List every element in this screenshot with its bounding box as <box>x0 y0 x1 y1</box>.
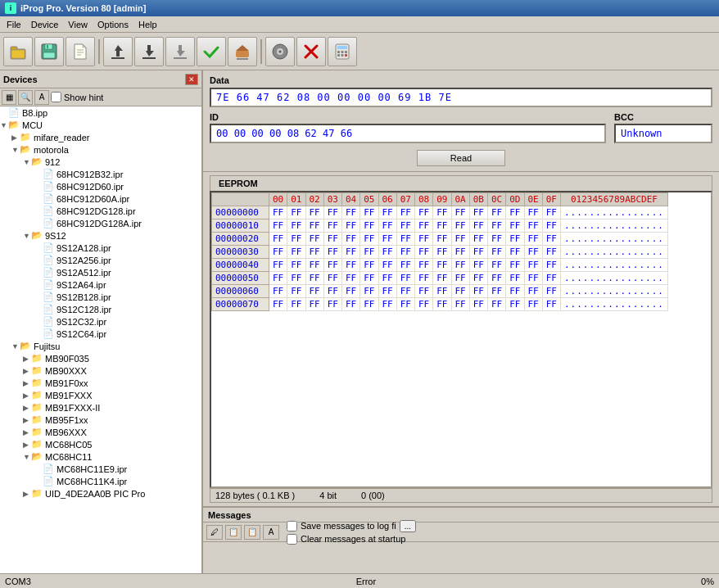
tree-item[interactable]: ▶ 📁 MB91FXXX <box>0 389 201 401</box>
tree-item[interactable]: ▶ 📁 MB95F1xx <box>0 414 201 426</box>
tree-item[interactable]: 📄 9S12A64.ipr <box>0 278 201 291</box>
browse-log-button[interactable]: ... <box>400 520 416 532</box>
tree-item[interactable]: ▼ 📂 912 <box>0 156 201 168</box>
tree-item[interactable]: ▶ 📁 MB91F0xx <box>0 377 201 389</box>
menu-options[interactable]: Options <box>93 18 133 31</box>
tree-item[interactable]: ▶ 📁 UID_4DE2AA0B PIC Pro <box>0 487 201 500</box>
tree-item[interactable]: ▼ 📂 motorola <box>0 143 201 156</box>
verify-button[interactable] <box>197 37 226 66</box>
hex-cell: FF <box>542 298 560 311</box>
messages-btn-2[interactable]: 📋 <box>225 525 242 540</box>
tree-item[interactable]: ▶ 📁 MB96XXX <box>0 426 201 438</box>
clear-messages-checkbox[interactable] <box>287 534 297 545</box>
save-button[interactable] <box>34 37 64 66</box>
erase-button[interactable] <box>228 37 257 66</box>
tree-item[interactable]: 📄 68HC912B32.ipr <box>0 168 201 180</box>
menu-file[interactable]: File <box>2 18 26 31</box>
tree-item[interactable]: ▼ 📂 MCU <box>0 119 201 131</box>
tree-item[interactable]: 📄 MC68HC11E9.ipr <box>0 463 201 475</box>
tree-item[interactable]: 📄 9S12A512.ipr <box>0 266 201 278</box>
show-hint-label[interactable]: Show hint <box>51 92 103 102</box>
devices-tool-font[interactable]: A <box>34 90 49 105</box>
hex-cell: FF <box>305 272 323 285</box>
new-button[interactable] <box>66 37 95 66</box>
hex-cell: FF <box>269 206 287 219</box>
read-button[interactable]: Read <box>417 150 505 166</box>
tree-item[interactable]: 📄 68HC912DG128.ipr <box>0 205 201 217</box>
clear-messages-option[interactable]: Clear messages at startup <box>287 534 416 545</box>
tree-item[interactable]: 📄 MC68HC11K4.ipr <box>0 475 201 487</box>
tree-item[interactable]: 📄 9S12A256.ipr <box>0 254 201 266</box>
tree-item[interactable]: ▼ 📂 MC68HC11 <box>0 450 201 463</box>
devices-tool-search[interactable]: 🔍 <box>18 90 33 105</box>
show-hint-checkbox[interactable] <box>51 92 61 102</box>
hex-cell: FF <box>415 259 433 272</box>
tree-label: 912 <box>45 157 60 167</box>
hex-cell: FF <box>451 285 469 298</box>
hex-cell: FF <box>469 285 487 298</box>
tree-label: 68HC912DG128A.ipr <box>57 219 142 228</box>
svg-rect-2 <box>11 50 25 58</box>
tree-item[interactable]: ▶ 📁 MB91FXXX-II <box>0 401 201 414</box>
hex-cell: FF <box>542 219 560 233</box>
tree-item[interactable]: 📄 68HC912D60A.ipr <box>0 192 201 205</box>
download-button[interactable] <box>134 37 164 66</box>
tree-icon: 📁 <box>20 132 31 142</box>
tree-item[interactable]: ▶ 📁 mifare_reader <box>0 131 201 143</box>
save-messages-checkbox[interactable] <box>287 521 297 531</box>
eeprom-bits: 4 bit <box>319 491 337 500</box>
hex-cell: FF <box>342 259 360 272</box>
hex-cell: FF <box>342 233 360 246</box>
svg-rect-14 <box>111 57 124 59</box>
tree-item[interactable]: 📄 9S12C64.ipr <box>0 328 201 340</box>
upload-button[interactable] <box>103 37 133 66</box>
eeprom-table-container[interactable]: 000102030405060708090A0B0C0D0E0F01234567… <box>210 191 712 488</box>
col-header: 02 <box>305 193 323 206</box>
tree-item[interactable]: 📄 68HC912D60.ipr <box>0 180 201 192</box>
tree-label: MB96XXX <box>45 427 87 437</box>
tree-item[interactable]: 📄 9S12B128.ipr <box>0 291 201 303</box>
hex-cell: FF <box>287 259 305 272</box>
menu-help[interactable]: Help <box>133 18 162 31</box>
stop-button[interactable] <box>296 37 326 66</box>
eeprom-table-header: 000102030405060708090A0B0C0D0E0F01234567… <box>212 193 668 206</box>
menu-bar: File Device View Options Help <box>0 16 719 33</box>
tree-item[interactable]: ▶ 📁 MC68HC05 <box>0 438 201 450</box>
messages-header: Messages <box>203 508 719 522</box>
hex-cell: FF <box>305 298 323 311</box>
addr-cell: 00000000 <box>212 206 269 219</box>
hex-cell: FF <box>396 233 414 246</box>
addr-cell: 00000010 <box>212 219 269 233</box>
eeprom-header-row: 000102030405060708090A0B0C0D0E0F01234567… <box>212 193 668 206</box>
tree-item[interactable]: ▶ 📁 MB90XXX <box>0 364 201 377</box>
messages-btn-3[interactable]: 📋 <box>244 525 260 540</box>
messages-btn-1[interactable]: 🖊 <box>206 525 223 540</box>
tree-item[interactable]: 📄 B8.ipp <box>0 106 201 119</box>
devices-close-button[interactable]: ✕ <box>185 74 198 85</box>
hex-cell: FF <box>433 285 451 298</box>
tree-icon: 📁 <box>31 378 43 388</box>
hex-cell: FF <box>305 246 323 259</box>
hex-cell: FF <box>396 272 414 285</box>
calc-button[interactable] <box>328 37 357 66</box>
tree-item[interactable]: ▼ 📂 9S12 <box>0 229 201 242</box>
devices-tool-select[interactable]: ▦ <box>2 90 16 105</box>
tree-item[interactable]: ▼ 📂 Fujitsu <box>0 340 201 352</box>
tree-item[interactable]: 📄 9S12C32.ipr <box>0 315 201 328</box>
tree-item[interactable]: ▶ 📁 MB90F035 <box>0 352 201 364</box>
save-messages-option[interactable]: Save messages to log fi ... <box>287 520 416 532</box>
download2-button[interactable] <box>165 37 195 66</box>
open-button[interactable] <box>3 37 33 66</box>
eeprom-tab[interactable]: EEPROM <box>210 175 712 191</box>
hex-cell: FF <box>323 272 341 285</box>
disk-button[interactable] <box>265 37 295 66</box>
device-tree[interactable]: 📄 B8.ipp ▼ 📂 MCU ▶ 📁 mifare_reader ▼ 📂 m… <box>0 106 201 588</box>
ascii-cell: ................ <box>561 233 668 246</box>
hex-cell: FF <box>323 246 341 259</box>
tree-item[interactable]: 📄 9S12A128.ipr <box>0 242 201 254</box>
messages-btn-4[interactable]: A <box>263 525 279 540</box>
menu-device[interactable]: Device <box>26 18 64 31</box>
menu-view[interactable]: View <box>63 18 93 31</box>
tree-item[interactable]: 📄 9S12C128.ipr <box>0 303 201 315</box>
tree-item[interactable]: 📄 68HC912DG128A.ipr <box>0 217 201 229</box>
